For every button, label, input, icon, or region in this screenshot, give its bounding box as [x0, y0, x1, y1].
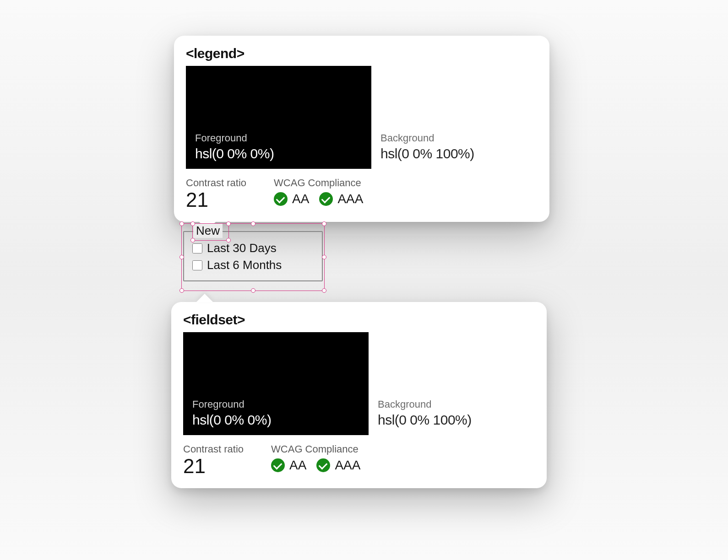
metrics-row: Contrast ratio 21 WCAG Compliance AA AAA	[186, 177, 538, 210]
wcag-aa-text: AA	[292, 192, 309, 206]
wcag-aaa-text: AAA	[335, 458, 360, 473]
contrast-value: 21	[186, 190, 246, 210]
fieldset-element[interactable]: New Last 30 Days Last 6 Months	[183, 231, 323, 281]
background-label: Background	[380, 132, 528, 144]
resize-handle-icon[interactable]	[179, 288, 184, 293]
wcag-aa-text: AA	[289, 458, 306, 473]
contrast-label: Contrast ratio	[186, 177, 246, 189]
checkbox-input[interactable]	[192, 260, 202, 270]
foreground-swatch: Foreground hsl(0 0% 0%)	[186, 66, 371, 169]
contrast-value: 21	[183, 456, 244, 476]
wcag-aaa-badge: AAA	[316, 458, 360, 473]
metrics-row: Contrast ratio 21 WCAG Compliance AA AAA	[183, 443, 535, 476]
foreground-swatch: Foreground hsl(0 0% 0%)	[183, 332, 369, 435]
swatch-row: Foreground hsl(0 0% 0%) Background hsl(0…	[183, 332, 535, 435]
check-circle-icon	[274, 192, 288, 206]
checkbox-label: Last 6 Months	[207, 258, 282, 272]
background-label: Background	[378, 398, 526, 410]
foreground-value: hsl(0 0% 0%)	[195, 146, 362, 162]
background-swatch: Background hsl(0 0% 100%)	[371, 66, 538, 169]
wcag-aa-badge: AA	[274, 192, 309, 206]
wcag-aaa-text: AAA	[337, 192, 363, 206]
wcag-metric: WCAG Compliance AA AAA	[274, 177, 363, 206]
wcag-label: WCAG Compliance	[274, 177, 363, 189]
foreground-label: Foreground	[192, 398, 359, 410]
check-circle-icon	[319, 192, 333, 206]
resize-handle-icon[interactable]	[322, 288, 326, 293]
fieldset-legend[interactable]: New	[193, 224, 223, 238]
wcag-aaa-badge: AAA	[319, 192, 363, 206]
contrast-label: Contrast ratio	[183, 443, 244, 455]
contrast-metric: Contrast ratio 21	[183, 443, 244, 476]
check-circle-icon	[271, 458, 285, 472]
background-value: hsl(0 0% 100%)	[380, 146, 528, 162]
resize-handle-icon[interactable]	[226, 221, 231, 226]
checkbox-label: Last 30 Days	[207, 241, 277, 255]
contrast-tooltip-legend: <legend> Foreground hsl(0 0% 0%) Backgro…	[174, 36, 549, 222]
tooltip-pointer-up-icon	[196, 294, 213, 302]
foreground-value: hsl(0 0% 0%)	[192, 412, 359, 428]
resize-handle-icon[interactable]	[251, 288, 255, 293]
resize-handle-icon[interactable]	[179, 221, 184, 226]
checkbox-option[interactable]: Last 6 Months	[192, 258, 314, 272]
element-tag: <fieldset>	[183, 312, 535, 328]
wcag-metric: WCAG Compliance AA AAA	[271, 443, 360, 473]
check-circle-icon	[316, 458, 330, 472]
element-tag: <legend>	[186, 46, 538, 61]
checkbox-input[interactable]	[192, 243, 202, 253]
wcag-aa-badge: AA	[271, 458, 306, 473]
resize-handle-icon[interactable]	[322, 221, 326, 226]
canvas[interactable]: { "cards": [ { "tag": "<legend>", "fg_la…	[0, 0, 728, 560]
contrast-metric: Contrast ratio 21	[186, 177, 246, 210]
contrast-tooltip-fieldset: <fieldset> Foreground hsl(0 0% 0%) Backg…	[171, 302, 547, 488]
background-swatch: Background hsl(0 0% 100%)	[369, 332, 535, 435]
resize-handle-icon[interactable]	[251, 221, 255, 226]
checkbox-option[interactable]: Last 30 Days	[192, 241, 314, 255]
background-value: hsl(0 0% 100%)	[378, 412, 526, 428]
swatch-row: Foreground hsl(0 0% 0%) Background hsl(0…	[186, 66, 538, 169]
wcag-label: WCAG Compliance	[271, 443, 360, 455]
foreground-label: Foreground	[195, 132, 362, 144]
